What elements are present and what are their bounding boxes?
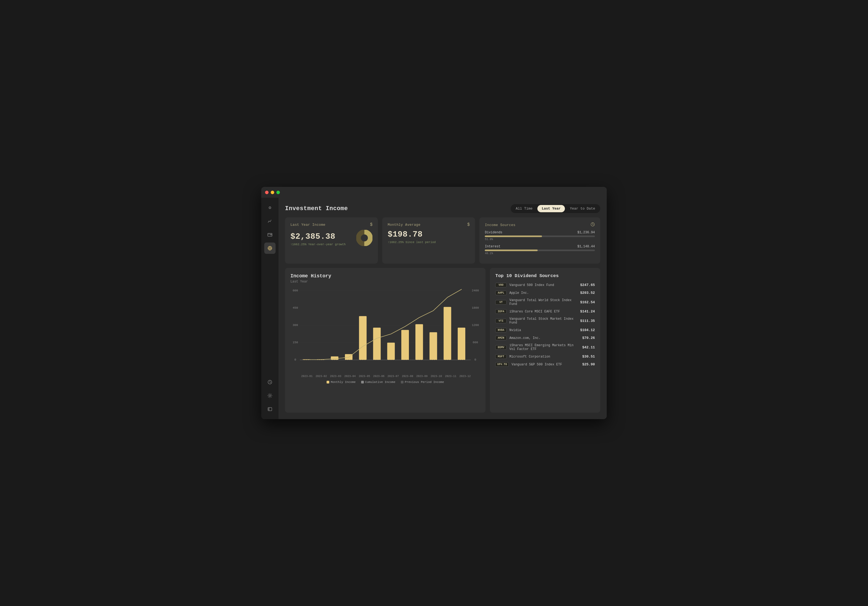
chart-area: 600 450 300 150 0 2400 1800 1200 600 0 [290,288,480,374]
amount-amzn: $70.26 [582,336,595,340]
sidebar-icon-chart[interactable] [264,216,276,227]
monthly-avg-label: Monthly Average [388,223,420,227]
ticker-msft: MSFT [495,354,507,359]
filter-year-to-date[interactable]: Year to Date [566,205,600,212]
sidebar-icon-wallet[interactable] [264,229,276,240]
dividends-percent: 51.9% [485,238,595,241]
svg-text:450: 450 [293,306,298,309]
svg-point-10 [269,395,271,396]
svg-text:300: 300 [293,323,298,327]
x-label-4: 2023-05 [359,375,370,378]
minimize-button[interactable] [271,191,274,194]
amount-vti: $111.35 [580,319,595,323]
svg-text:1200: 1200 [472,323,479,327]
clock-icon [591,222,595,228]
ticker-iefa: IEFA [495,309,507,314]
maximize-button[interactable] [276,191,280,194]
last-year-growth: ↑1662.25% Year-over-year growth [290,243,346,246]
dividend-row-4: VTI Vanguard Total Stock Market Index Fu… [495,317,595,325]
amount-msft: $30.51 [582,354,595,359]
dollar-icon: $ [370,222,373,227]
last-year-label: Last Year Income [290,223,326,227]
legend-monthly-dot [327,381,329,384]
summary-cards: Last Year Income $ $2,385.38 ↑1662.25% Y… [285,218,600,264]
x-label-11: 2023-12 [459,375,471,378]
ticker-aapl: AAPL [495,291,507,295]
svg-rect-36 [373,328,381,360]
page-title: Investment Income [285,205,348,212]
sidebar-icon-income[interactable] [264,242,276,254]
dividend-row-3: IEFA iShares Core MSCI EAFE ETF $141.24 [495,309,595,314]
company-eemv: iShares MSCI Emerging Markets Min Vol Fa… [509,343,580,351]
amount-aapl: $203.52 [580,291,595,295]
svg-rect-1 [270,235,271,235]
dividend-row-1: AAPL Apple Inc. $203.52 [495,291,595,295]
company-iefa: iShares Core MSCI EAFE ETF [509,310,577,314]
dividend-title: Top 10 Dividend Sources [495,273,595,278]
sidebar-icon-settings[interactable]: ⚙ [264,202,276,213]
x-label-7: 2023-08 [402,375,413,378]
last-year-value: $2,385.38 [290,232,346,241]
interest-row: Interest $1,148.44 [485,245,595,249]
svg-text:600: 600 [473,341,478,344]
legend-monthly-label: Monthly Income [331,381,355,384]
svg-rect-38 [401,330,409,360]
legend-previous: Previous Period Income [401,381,444,384]
company-vfvto: Vanguard S&P 500 Index ETF [512,363,580,367]
svg-text:600: 600 [293,289,298,292]
svg-rect-11 [268,407,272,411]
close-button[interactable] [265,191,268,194]
sources-label: Income Sources [485,223,515,227]
x-label-5: 2023-06 [373,375,384,378]
sidebar-icon-gear[interactable] [264,390,276,401]
time-filter-group: All Time Last Year Year to Date [511,204,600,213]
dividend-row-6: AMZN Amazon.com, Inc. $70.26 [495,336,595,340]
interest-amount: $1,148.44 [577,245,595,249]
dividend-row-5: NVDA Nvidia $104.12 [495,328,595,333]
dividends-bar-fill [485,236,542,237]
svg-rect-39 [415,324,423,360]
x-label-9: 2023-10 [431,375,442,378]
ticker-voo: VOO [495,283,507,287]
svg-rect-42 [458,328,465,360]
x-label-3: 2023-04 [344,375,356,378]
legend-previous-label: Previous Period Income [405,381,444,384]
dividend-sources-card: Top 10 Dividend Sources VOO Vanguard 500… [490,268,600,413]
dividend-row-9: VFV.TO Vanguard S&P 500 Index ETF $25.90 [495,362,595,367]
company-msft: Microsoft Corporation [509,355,580,359]
x-axis-labels: 2023-01 2023-02 2023-03 2023-04 2023-05 … [290,375,480,378]
legend-previous-dot [401,381,403,384]
filter-last-year[interactable]: Last Year [537,205,565,212]
pie-chart [356,230,372,246]
last-year-header: Last Year Income $ [290,222,372,227]
monthly-avg-card: Monthly Average $ $198.78 ↑1662.25% Sinc… [382,218,475,264]
legend-monthly: Monthly Income [327,381,355,384]
legend-cumulative-dot [361,381,364,384]
legend-cumulative-label: Cumulative Income [365,381,395,384]
legend-cumulative: Cumulative Income [361,381,395,384]
filter-all-time[interactable]: All Time [512,205,537,212]
dividends-label: Dividends [485,231,502,235]
dividend-row-7: EEMV iShares MSCI Emerging Markets Min V… [495,343,595,351]
sidebar-toggle-icon[interactable] [264,404,276,415]
income-history-card: Income History Last Year 600 450 300 150… [285,268,485,413]
monthly-avg-value: $198.78 [388,230,470,239]
company-vti: Vanguard Total Stock Market Index Fund [509,317,577,325]
svg-text:2400: 2400 [472,289,479,292]
chart-subtitle: Last Year [290,280,480,284]
sidebar-icon-history[interactable] [264,376,276,388]
amount-vfvto: $25.90 [582,362,595,367]
amount-vt: $162.54 [580,300,595,305]
interest-label: Interest [485,245,501,249]
page-header: Investment Income All Time Last Year Yea… [285,204,600,213]
x-label-2: 2023-03 [330,375,341,378]
ticker-vti: VTI [495,319,507,323]
x-label-1: 2023-02 [316,375,327,378]
company-aapl: Apple Inc. [509,291,577,295]
svg-rect-41 [444,307,451,360]
x-label-10: 2023-11 [445,375,456,378]
x-label-8: 2023-09 [416,375,428,378]
ticker-amzn: AMZN [495,336,507,340]
company-voo: Vanguard 500 Index Fund [509,283,577,287]
dividends-bar-bg [485,236,595,237]
